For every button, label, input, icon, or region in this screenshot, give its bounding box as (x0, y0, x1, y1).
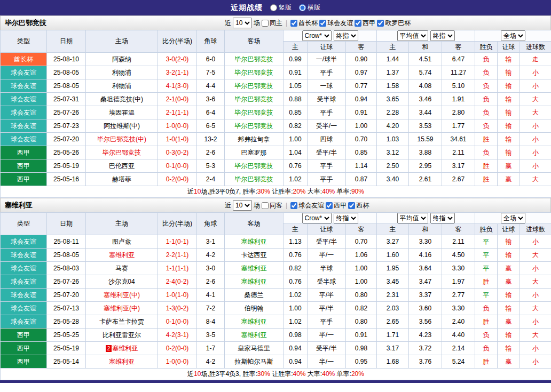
fulltime-select[interactable]: 全场 (501, 213, 525, 223)
league-filter[interactable]: 西甲 (326, 201, 347, 210)
league-type-badge: 球会友谊 (1, 315, 47, 329)
league-filter[interactable]: 球会友谊 (290, 201, 324, 210)
result-handicap: 输 (498, 302, 520, 315)
avg-home: 3.40 (377, 173, 409, 186)
match-row: 西甲25-05-192塞维利亚0-2(0-0)1-7皇家马德里0.94受平/半0… (1, 342, 551, 355)
home-team-name: 利物浦 (112, 69, 131, 76)
match-date: 25-05-26 (47, 146, 86, 159)
league-filter-checkbox[interactable] (290, 202, 297, 209)
result-goals: 小 (520, 315, 551, 329)
odds-away: 0.80 (346, 289, 377, 302)
fulltime-group-header: 全场 (475, 30, 551, 42)
average-select[interactable]: 平均值 (397, 30, 428, 41)
league-filter-checkbox[interactable] (377, 20, 384, 27)
summary-segment: 近 (187, 370, 194, 378)
league-filter[interactable]: 球会友谊 (319, 19, 353, 28)
result-handicap: 输 (498, 249, 520, 262)
odds-company-select[interactable]: Crow* (302, 213, 332, 223)
odds-away: 0.90 (346, 53, 377, 66)
odds-company-select[interactable]: Crow* (302, 30, 332, 41)
match-count-select[interactable]: 10 (233, 18, 252, 28)
match-row: 西甲25-05-26毕尔巴鄂竞技0-3(0-2)2-6巴塞罗那1.04受平/半0… (1, 146, 551, 159)
final-index-select[interactable]: 终指 (430, 213, 455, 223)
avg-home: 1.44 (377, 53, 409, 66)
away-team-cell: 桑德兰 (225, 289, 284, 302)
final-index-select[interactable]: 终指 (334, 30, 358, 41)
away-team-cell: 毕尔巴鄂竞技 (225, 119, 284, 133)
result-goals: 小 (520, 262, 551, 275)
away-team-name: 塞维利亚 (241, 278, 267, 285)
home-team-cell: 塞维利亚(中) (86, 289, 158, 302)
odds-away: 0.91 (346, 106, 377, 119)
home-team-cell: 2塞维利亚 (86, 342, 158, 355)
avg-home: 2.65 (377, 315, 409, 329)
league-filter[interactable]: 西甲 (355, 19, 375, 28)
avg-draw: 3.46 (409, 93, 442, 106)
avg-away: 6.47 (442, 53, 475, 66)
layout-option-horizontal[interactable]: 横版 (299, 3, 320, 12)
same-venue-filter[interactable]: 同主 (262, 19, 282, 28)
avg-draw: 3.44 (409, 106, 442, 119)
away-team-cell: 毕尔巴鄂竞技 (225, 106, 284, 119)
average-select[interactable]: 平均值 (397, 213, 428, 223)
match-count-select[interactable]: 10 (233, 200, 252, 211)
odds-home: 0.76 (284, 275, 308, 289)
same-venue-checkbox[interactable] (262, 202, 269, 209)
fulltime-select[interactable]: 全场 (501, 30, 525, 41)
league-filter-checkbox[interactable] (326, 202, 333, 209)
layout-option-vertical[interactable]: 竖版 (270, 3, 292, 12)
avg-draw: 15.59 (409, 133, 442, 146)
games-label: 场 (254, 19, 260, 28)
league-filter-checkbox[interactable] (319, 20, 326, 27)
corner-score: 1-7 (197, 342, 225, 355)
column-header: 客场 (225, 213, 284, 235)
avg-home: 3.45 (377, 275, 409, 289)
league-filter-checkbox[interactable] (290, 20, 297, 27)
match-date: 25-05-16 (47, 173, 86, 186)
sub-column-header: 让球 (308, 224, 346, 235)
odds-handicap: 平手 (308, 106, 346, 119)
summary-segment: 10 (194, 370, 201, 378)
result-goals: 大 (520, 302, 551, 315)
away-team-cell: 毕尔巴鄂竞技 (225, 93, 284, 106)
league-type-badge: 球会友谊 (1, 262, 47, 275)
league-filter[interactable]: 欧罗巴杯 (377, 19, 411, 28)
avg-away: 4.50 (442, 249, 475, 262)
sub-column-header: 客 (346, 224, 377, 235)
sub-column-header: 客 (442, 224, 475, 235)
score-halftime: 2-2(1-1) (158, 249, 197, 262)
avg-home: 2.28 (377, 106, 409, 119)
odds-away: 0.80 (346, 315, 377, 329)
league-filter[interactable]: 酋长杯 (290, 19, 318, 28)
same-venue-filter[interactable]: 同客 (262, 201, 282, 210)
filters-bar: 近10场同客|球会友谊西甲西杯 (225, 200, 369, 211)
away-team-name: 拉斯帕尔马斯 (235, 358, 273, 365)
corner-score: 6-5 (197, 119, 225, 133)
home-team-cell: 马赛 (86, 262, 158, 275)
result-winlose: 负 (475, 53, 498, 66)
match-date: 25-08-05 (47, 249, 86, 262)
vertical-layout-radio[interactable] (270, 4, 277, 11)
result-goals: 小 (520, 146, 551, 159)
final-index-select[interactable]: 终指 (430, 30, 455, 41)
avg-home: 3.17 (377, 342, 409, 355)
home-team-name: 毕尔巴鄂竞技(中) (97, 135, 146, 143)
score-halftime: 4-2(3-1) (158, 329, 197, 342)
league-filter[interactable]: 西杯 (348, 201, 369, 210)
league-filter-checkbox[interactable] (348, 202, 355, 209)
odds-away: 0.98 (346, 342, 377, 355)
league-filter-checkbox[interactable] (355, 20, 361, 27)
corner-score: 7-2 (197, 302, 225, 315)
avg-away: 5.10 (442, 79, 475, 93)
same-venue-checkbox[interactable] (262, 20, 269, 27)
horizontal-layout-radio[interactable] (299, 4, 306, 11)
avg-home: 1.60 (377, 249, 409, 262)
odds-home: 0.82 (284, 119, 308, 133)
match-row: 西甲25-05-25比利亚雷亚尔4-2(3-1)3-5塞维利亚0.98半/一0.… (1, 329, 551, 342)
match-row: 球会友谊25-08-05利物浦3-2(1-1)7-5毕尔巴鄂竞技0.91平手0.… (1, 66, 551, 79)
horizontal-layout-label: 横版 (308, 3, 320, 12)
home-team-name: 图卢兹 (112, 238, 131, 245)
final-index-select[interactable]: 终指 (334, 213, 358, 223)
odds-home: 0.98 (284, 329, 308, 342)
home-team-cell: 桑坦德竞技(中) (86, 93, 158, 106)
